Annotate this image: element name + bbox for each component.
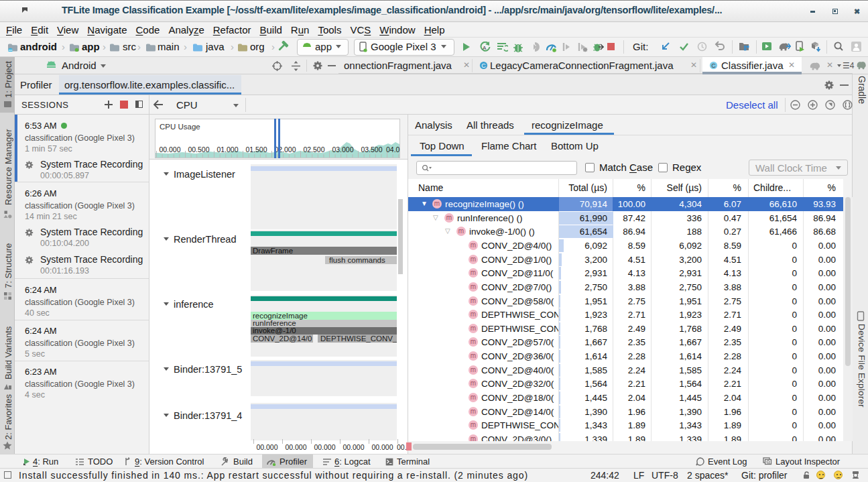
svg-text:C: C bbox=[481, 62, 486, 69]
svg-text:A: A bbox=[483, 45, 487, 51]
svg-text:C: C bbox=[711, 62, 716, 69]
